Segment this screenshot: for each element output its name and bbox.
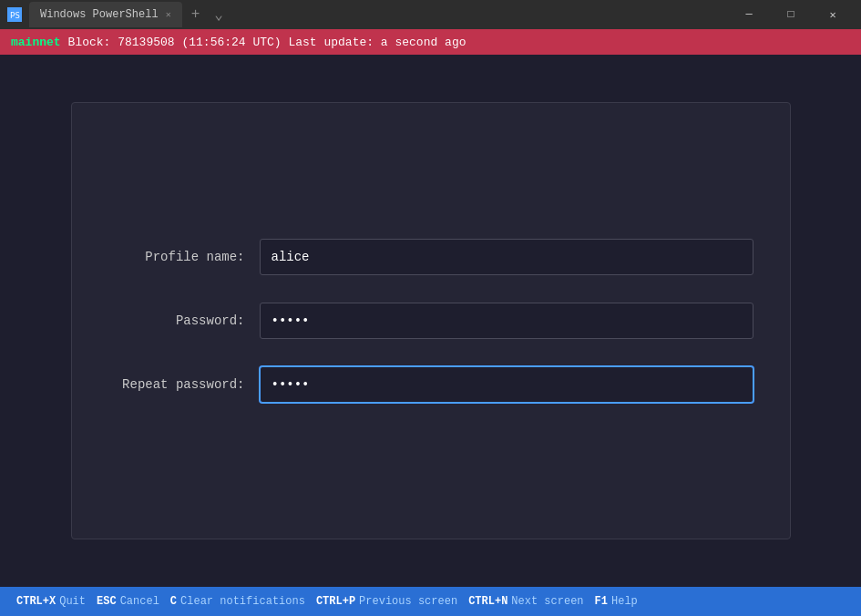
- network-indicator: mainnet: [11, 36, 61, 49]
- hotkey-ctrl-p[interactable]: CTRL+P Previous screen: [311, 587, 463, 616]
- powershell-tab[interactable]: Windows PowerShell ✕: [29, 2, 182, 27]
- hotkey-f1-key: F1: [595, 595, 608, 608]
- form-panel: Profile name: Password: Repeat password:: [71, 102, 791, 539]
- new-tab-button[interactable]: +: [186, 6, 206, 23]
- hotkey-quit-label: Quit: [59, 595, 86, 608]
- hotkey-quit[interactable]: CTRL+X Quit: [11, 587, 91, 616]
- tab-bar: Windows PowerShell ✕ + ⌄: [29, 2, 229, 27]
- hotkey-c-label: Clear notifications: [180, 595, 305, 608]
- repeat-password-label: Repeat password:: [108, 377, 245, 392]
- hotkey-ctrl-n-key: CTRL+N: [468, 595, 507, 608]
- main-content: Profile name: Password: Repeat password:: [0, 55, 861, 587]
- repeat-password-row: Repeat password:: [108, 366, 753, 403]
- hotkey-ctrl-n[interactable]: CTRL+N Next screen: [463, 587, 589, 616]
- app-icon: PS: [7, 7, 22, 22]
- repeat-password-input[interactable]: [260, 366, 753, 403]
- hotkey-cancel[interactable]: ESC Cancel: [91, 587, 165, 616]
- hotkey-c[interactable]: C Clear notifications: [165, 587, 311, 616]
- password-label: Password:: [108, 313, 245, 328]
- window-controls: — □ ✕: [728, 0, 854, 29]
- block-status-text: Block: 78139508 (11:56:24 UTC) Last upda…: [68, 36, 466, 49]
- tab-close-icon[interactable]: ✕: [166, 9, 171, 20]
- hotkey-cancel-label: Cancel: [120, 595, 159, 608]
- chevron-down-icon[interactable]: ⌄: [209, 5, 229, 24]
- hotkey-f1-label: Help: [611, 595, 638, 608]
- password-input[interactable]: [260, 303, 753, 339]
- hotkey-f1[interactable]: F1 Help: [589, 587, 643, 616]
- minimize-button[interactable]: —: [728, 0, 770, 29]
- close-button[interactable]: ✕: [812, 0, 854, 29]
- tab-label: Windows PowerShell: [40, 8, 159, 21]
- profile-name-input[interactable]: [260, 239, 753, 275]
- status-bar: mainnet Block: 78139508 (11:56:24 UTC) L…: [0, 29, 861, 55]
- title-bar: PS Windows PowerShell ✕ + ⌄ — □ ✕: [0, 0, 861, 29]
- profile-name-row: Profile name:: [108, 239, 753, 275]
- password-row: Password:: [108, 303, 753, 339]
- hotkey-ctrl-p-key: CTRL+P: [316, 595, 355, 608]
- svg-text:PS: PS: [10, 11, 20, 20]
- hotkey-ctrl-n-label: Next screen: [511, 595, 583, 608]
- bottom-toolbar: CTRL+X Quit ESC Cancel C Clear notificat…: [0, 587, 861, 616]
- maximize-button[interactable]: □: [770, 0, 812, 29]
- hotkey-cancel-key: ESC: [97, 595, 117, 608]
- hotkey-c-key: C: [170, 595, 177, 608]
- profile-name-label: Profile name:: [108, 250, 245, 264]
- hotkey-quit-key: CTRL+X: [16, 595, 56, 608]
- hotkey-ctrl-p-label: Previous screen: [359, 595, 457, 608]
